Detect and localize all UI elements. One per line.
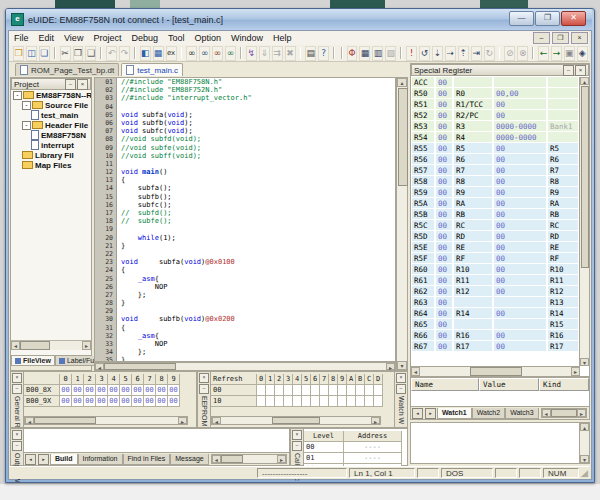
code-line[interactable]: 06void subfb(void); xyxy=(95,119,395,127)
code-editor[interactable]: 01//#include "EM88F758N.h"02//#include "… xyxy=(94,77,396,362)
memory-cell[interactable]: 00 xyxy=(96,396,108,407)
register-row[interactable]: R5200R2/PC00 xyxy=(412,110,579,121)
run-to-cursor-button[interactable]: ⇥ xyxy=(471,46,482,61)
code-line[interactable]: 16 subfc(); xyxy=(95,201,395,209)
close-icon[interactable]: × xyxy=(292,430,302,440)
find-next-button[interactable]: ∞ xyxy=(199,46,210,61)
close-icon[interactable]: × xyxy=(12,430,22,440)
memory-row[interactable]: B00_9X00000000000000000000 xyxy=(24,396,180,407)
register-row[interactable]: R6500R1500 xyxy=(412,319,579,330)
pin-icon[interactable]: – xyxy=(12,441,22,451)
register-row[interactable]: R5B00RB00RB00 xyxy=(412,209,579,220)
register-row[interactable]: R5000R000,00 xyxy=(412,88,579,99)
code-line[interactable]: 26 NOP xyxy=(95,283,395,291)
memory-cell[interactable]: 00 xyxy=(168,396,180,407)
doc-tab[interactable]: ROM_Page_Test_bp.dt xyxy=(15,63,119,76)
copy-button[interactable]: ❐ xyxy=(73,46,84,61)
watch-tab[interactable]: Watch2 xyxy=(472,408,505,419)
pin-icon[interactable]: – xyxy=(65,79,76,90)
memory-cell[interactable]: 00 xyxy=(108,385,120,396)
code-line[interactable]: 02//#include "EM88F752N.h" xyxy=(95,86,395,94)
code-line[interactable]: 19 xyxy=(95,225,395,233)
memory-cell[interactable]: 00 xyxy=(72,385,84,396)
mdi-restore-button[interactable]: ❐ xyxy=(552,32,569,44)
download-button[interactable]: ▦ xyxy=(359,46,370,61)
goto-button[interactable]: ◈ xyxy=(577,46,588,61)
scroll-right-icon[interactable]: ▸ xyxy=(425,408,436,419)
output-tab[interactable]: Information xyxy=(78,454,123,465)
scroll-left-icon[interactable]: ◂ xyxy=(25,454,36,465)
menu-option[interactable]: Option xyxy=(189,33,226,43)
eeprom-cell[interactable] xyxy=(365,385,374,396)
editor-vscrollbar[interactable]: ▴ ▾ xyxy=(396,77,408,371)
code-line[interactable]: 10//void subff(void); xyxy=(95,152,395,160)
stack-vscrollbar[interactable]: ▴ ▾ xyxy=(579,423,589,463)
eeprom-cell[interactable] xyxy=(293,396,302,407)
memory-cell[interactable]: 00 xyxy=(168,385,180,396)
eeprom-cell[interactable] xyxy=(329,385,338,396)
code-line[interactable]: 32 _asm{ xyxy=(95,332,395,340)
memory-cell[interactable]: 00 xyxy=(60,396,72,407)
output-tab[interactable]: Find in Files xyxy=(123,454,171,465)
title-bar[interactable]: e eUIDE: EM88F758N not connect ! - [test… xyxy=(6,9,592,30)
register-row[interactable]: R6400R1400R1400 xyxy=(412,308,579,319)
save-all-button[interactable]: ❏ xyxy=(39,46,50,61)
eeprom-cell[interactable] xyxy=(374,385,383,396)
code-line[interactable]: 08//void subfd(void); xyxy=(95,135,395,143)
register-row[interactable]: R5A00RA00RA00 xyxy=(412,198,579,209)
register-row[interactable]: R6200R1200R1200 xyxy=(412,286,579,297)
code-line[interactable]: 25 _asm{ xyxy=(95,275,395,283)
menu-help[interactable]: Help xyxy=(268,33,297,43)
close-icon[interactable]: × xyxy=(575,65,586,76)
tree-item[interactable]: Library Fil xyxy=(11,150,91,160)
code-line[interactable]: 01//#include "EM88F758N.h" xyxy=(95,78,395,86)
eeprom-cell[interactable] xyxy=(356,385,365,396)
stop-build-button[interactable]: ✖ xyxy=(285,46,296,61)
watch-tab[interactable]: Watch1 xyxy=(437,408,472,419)
project-view-tab[interactable]: FileView xyxy=(11,356,55,366)
eeprom-cell[interactable] xyxy=(266,396,275,407)
register-row[interactable]: R5600R600R600 xyxy=(412,154,579,165)
tree-item[interactable]: -Source File xyxy=(11,100,91,110)
doc-tab[interactable]: test_main.c xyxy=(121,63,183,76)
save-button[interactable]: ◫ xyxy=(26,46,37,61)
scroll-thumb[interactable] xyxy=(551,409,577,417)
eeprom-cell[interactable] xyxy=(329,396,338,407)
eeprom-cell[interactable] xyxy=(302,396,311,407)
register-row[interactable]: R6000R1000R1000 xyxy=(412,264,579,275)
code-line[interactable]: 22 xyxy=(95,250,395,258)
break-enable-button[interactable]: ⊘ xyxy=(504,46,515,61)
eeprom-cell[interactable] xyxy=(365,396,374,407)
code-line[interactable]: 34 }; xyxy=(95,348,395,356)
break-clear-button[interactable]: ⊗ xyxy=(517,46,528,61)
undo-button[interactable]: ↶ xyxy=(106,46,117,61)
close-icon[interactable]: × xyxy=(12,373,22,383)
code-line[interactable]: 17// subfd(); xyxy=(95,209,395,217)
memory-row[interactable]: B00_8X00000000000000000000 xyxy=(24,385,180,396)
pin-icon[interactable]: – xyxy=(12,384,22,394)
eeprom-cell[interactable] xyxy=(284,385,293,396)
scroll-right-icon[interactable]: ▸ xyxy=(38,454,49,465)
tree-item[interactable]: -EM88F758N--RO xyxy=(11,90,91,100)
menu-project[interactable]: Project xyxy=(88,33,126,43)
code-line[interactable]: 09//void subfe(void); xyxy=(95,144,395,152)
stop-button[interactable]: ! xyxy=(406,46,417,61)
code-line[interactable]: 27 }; xyxy=(95,291,395,299)
compile-button[interactable]: ↯ xyxy=(246,46,257,61)
scroll-right-icon[interactable]: ▸ xyxy=(277,455,286,463)
memory-cell[interactable]: 00 xyxy=(60,385,72,396)
pin-icon[interactable]: – xyxy=(292,441,302,451)
code-line[interactable]: 24{ xyxy=(95,266,395,274)
memory-cell[interactable]: 00 xyxy=(156,396,168,407)
open-file-button[interactable]: ❒ xyxy=(13,46,24,61)
output-tab[interactable]: Build xyxy=(50,454,78,465)
pin-icon[interactable]: – xyxy=(396,384,406,394)
call-stack-dock-strip[interactable]: × – Call Stac xyxy=(291,429,304,465)
register-row[interactable]: R5F00RF00RF00 xyxy=(412,253,579,264)
register-row[interactable]: R6100R1100R1100 xyxy=(412,275,579,286)
memory-cell[interactable]: 00 xyxy=(120,396,132,407)
eeprom-dock-strip[interactable]: × – EEPROM xyxy=(198,372,211,427)
register-row[interactable]: R5700R700R700 xyxy=(412,165,579,176)
code-line[interactable]: 07void subfc(void); xyxy=(95,127,395,135)
editor-hscrollbar[interactable]: ◂▸ xyxy=(94,362,396,371)
